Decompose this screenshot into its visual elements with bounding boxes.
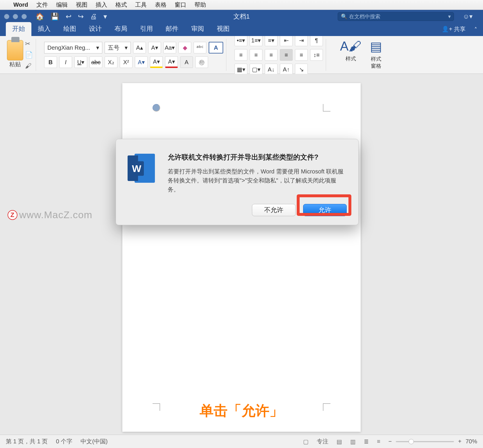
character-shading-icon[interactable]: A [180, 56, 193, 68]
italic-button[interactable]: I [59, 56, 72, 68]
web-layout-view-icon[interactable]: ▥ [350, 438, 356, 445]
bullets-icon[interactable]: •≡▾ [235, 35, 247, 46]
styles-icon: A🖌 [340, 39, 361, 53]
shading-icon[interactable]: ▦▾ [235, 64, 247, 75]
tab-draw[interactable]: 绘图 [57, 22, 83, 36]
feedback-smile-icon[interactable]: ☺︎▾ [463, 13, 473, 20]
ribbon-home: 粘贴 ✂︎ 📄 🖌 DengXian Reg...▾ 五号▾ A▴ A▾ Aa▾… [0, 36, 483, 74]
app-name[interactable]: Word [13, 1, 28, 8]
tab-design[interactable]: 设计 [83, 22, 108, 36]
distributed-icon[interactable]: ≡ [295, 49, 308, 61]
line-spacing-icon[interactable]: ↕≡ [310, 49, 323, 61]
menu-tools[interactable]: 工具 [135, 1, 147, 9]
superscript-button[interactable]: X² [120, 56, 133, 68]
status-page[interactable]: 第 1 页，共 1 页 [6, 438, 48, 445]
decrease-indent-icon[interactable]: ⇤ [280, 35, 293, 46]
save-icon[interactable]: 💾 [51, 12, 59, 21]
shrink-font-icon[interactable]: A▾ [148, 42, 161, 53]
search-dropdown-icon[interactable]: ▾ [448, 13, 451, 20]
format-painter-icon[interactable]: 🖌 [25, 62, 33, 70]
multilevel-list-icon[interactable]: ≡▾ [265, 35, 278, 46]
menu-file[interactable]: 文件 [36, 1, 48, 9]
close-window-button[interactable] [4, 14, 9, 19]
tab-layout[interactable]: 布局 [108, 22, 134, 36]
menu-window[interactable]: 窗口 [175, 1, 186, 9]
menu-format[interactable]: 格式 [115, 1, 127, 9]
copy-icon[interactable]: 📄 [25, 51, 33, 59]
tab-insert[interactable]: 插入 [31, 22, 57, 36]
change-case-icon[interactable]: Aa▾ [163, 42, 176, 53]
increase-indent-icon[interactable]: ⇥ [295, 35, 308, 46]
zoom-percent[interactable]: 70% [466, 438, 477, 445]
paragraph-dialog-icon[interactable]: ↘ [295, 64, 308, 75]
zoom-out-button[interactable]: − [389, 438, 392, 445]
undo-icon[interactable]: ↩︎ [66, 12, 71, 21]
redo-icon[interactable]: ↪︎ [78, 12, 84, 21]
focus-mode-icon[interactable]: ▢ [303, 438, 309, 445]
zoom-in-button[interactable]: + [458, 438, 461, 445]
search-icon: 🔍 [341, 13, 347, 20]
strikethrough-button[interactable]: abc [90, 56, 102, 68]
status-word-count[interactable]: 0 个字 [56, 438, 72, 445]
enclose-characters-icon[interactable]: ㊞ [195, 56, 208, 68]
cut-icon[interactable]: ✂︎ [25, 40, 33, 48]
styles-label: 样式 [346, 55, 356, 62]
underline-button[interactable]: U▾ [74, 56, 87, 68]
bold-button[interactable]: B [44, 56, 57, 68]
document-page[interactable] [122, 83, 361, 432]
menu-edit[interactable]: 编辑 [56, 1, 68, 9]
margin-mark-bl [153, 403, 160, 411]
grow-font-icon[interactable]: A▴ [133, 42, 146, 53]
focus-mode-label[interactable]: 专注 [317, 438, 328, 445]
tab-home[interactable]: 开始 [6, 22, 31, 36]
font-color-icon[interactable]: A▾ [165, 56, 178, 68]
borders-icon[interactable]: ▢▾ [250, 64, 262, 75]
styles-button[interactable]: A🖌 样式 [340, 39, 361, 69]
justify-icon[interactable]: ≡ [280, 49, 293, 61]
sort-desc-icon[interactable]: A↑ [280, 64, 293, 75]
styles-pane-button[interactable]: ▤ 样式 窗格 [370, 39, 382, 69]
menu-help[interactable]: 帮助 [194, 1, 206, 9]
print-icon[interactable]: 🖨 [90, 12, 97, 21]
show-marks-icon[interactable]: ¶ [310, 35, 323, 46]
align-left-icon[interactable]: ≡ [235, 49, 247, 61]
subscript-button[interactable]: X₂ [105, 56, 117, 68]
numbering-icon[interactable]: 1≡▾ [250, 35, 262, 46]
home-icon[interactable]: 🏠 [35, 12, 44, 21]
print-layout-view-icon[interactable]: ▤ [337, 438, 342, 445]
tab-review[interactable]: 审阅 [185, 22, 210, 36]
outline-view-icon[interactable]: ≣ [364, 438, 369, 445]
maximize-window-button[interactable] [22, 14, 27, 19]
allow-button[interactable]: 允许 [303, 204, 347, 216]
font-name-combo[interactable]: DengXian Reg...▾ [44, 42, 102, 53]
minimize-window-button[interactable] [13, 14, 18, 19]
menu-insert[interactable]: 插入 [96, 1, 107, 9]
qat-dropdown-icon[interactable]: ▾ [103, 12, 107, 21]
align-right-icon[interactable]: ≡ [265, 49, 278, 61]
align-center-icon[interactable]: ≡ [250, 49, 262, 61]
deny-button[interactable]: 不允许 [252, 204, 296, 216]
window-controls [4, 14, 27, 19]
zoom-slider-thumb[interactable] [409, 439, 414, 444]
paste-icon[interactable] [7, 40, 23, 60]
share-button[interactable]: 👤+ 共享 [442, 25, 466, 33]
highlight-color-icon[interactable]: A▾ [150, 56, 163, 68]
collapse-ribbon-icon[interactable]: ˄ [474, 26, 477, 33]
document-title: 文档1 [233, 12, 250, 21]
clear-formatting-icon[interactable]: ◆ [178, 42, 191, 53]
tab-mailings[interactable]: 邮件 [159, 22, 185, 36]
character-border-icon[interactable]: A [209, 42, 223, 53]
phonetic-guide-icon[interactable]: ᵃᵇᶜ [194, 42, 206, 53]
text-effects-icon[interactable]: A▾ [135, 56, 148, 68]
draft-view-icon[interactable]: ≡ [377, 438, 380, 445]
status-language[interactable]: 中文(中国) [80, 438, 108, 445]
tab-view[interactable]: 视图 [210, 22, 236, 36]
document-area[interactable] [0, 74, 483, 435]
menu-view[interactable]: 视图 [76, 1, 87, 9]
sort-icon[interactable]: A↓ [265, 64, 278, 75]
search-input[interactable]: 🔍 在文档中搜索 ▾ [338, 12, 454, 21]
font-size-combo[interactable]: 五号▾ [105, 42, 131, 53]
menu-table[interactable]: 表格 [155, 1, 167, 9]
tab-references[interactable]: 引用 [134, 22, 159, 36]
zoom-slider[interactable] [396, 441, 454, 442]
